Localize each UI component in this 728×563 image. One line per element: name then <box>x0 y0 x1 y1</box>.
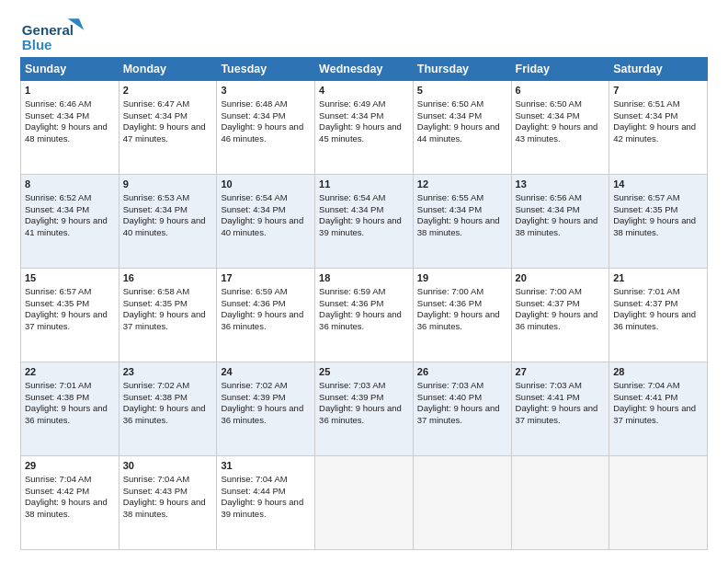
calendar-cell: 4Sunrise: 6:49 AMSunset: 4:34 PMDaylight… <box>315 81 414 175</box>
calendar-cell: 28Sunrise: 7:04 AMSunset: 4:41 PMDayligh… <box>609 362 708 456</box>
sunset: Sunset: 4:34 PM <box>613 110 677 121</box>
day-number: 4 <box>319 84 409 98</box>
sunset: Sunset: 4:34 PM <box>417 110 482 121</box>
sunrise: Sunrise: 7:04 AM <box>123 474 189 484</box>
daylight-label: Daylight: 9 hours and 47 minutes. <box>123 121 206 144</box>
daylight-label: Daylight: 9 hours and 44 minutes. <box>417 121 500 144</box>
daylight-label: Daylight: 9 hours and 37 minutes. <box>613 403 696 425</box>
sunset: Sunset: 4:34 PM <box>516 204 580 214</box>
day-number: 30 <box>123 459 213 473</box>
sunset: Sunset: 4:34 PM <box>319 204 383 214</box>
sunset: Sunset: 4:42 PM <box>25 486 89 496</box>
sunset: Sunset: 4:39 PM <box>221 392 285 402</box>
daylight-label: Daylight: 9 hours and 40 minutes. <box>221 215 303 237</box>
day-number: 9 <box>123 178 213 191</box>
sunrise: Sunrise: 7:04 AM <box>613 380 679 390</box>
calendar-cell: 11Sunrise: 6:54 AMSunset: 4:34 PMDayligh… <box>315 175 414 269</box>
calendar-cell: 25Sunrise: 7:03 AMSunset: 4:39 PMDayligh… <box>315 362 414 456</box>
day-number: 21 <box>613 271 703 285</box>
day-number: 19 <box>417 271 507 285</box>
sunset: Sunset: 4:39 PM <box>319 392 383 402</box>
day-number: 3 <box>221 84 311 98</box>
calendar-cell: 23Sunrise: 7:02 AMSunset: 4:38 PMDayligh… <box>119 362 217 456</box>
calendar-cell: 12Sunrise: 6:55 AMSunset: 4:34 PMDayligh… <box>413 175 511 269</box>
calendar-cell: 14Sunrise: 6:57 AMSunset: 4:35 PMDayligh… <box>609 175 708 269</box>
sunrise: Sunrise: 6:59 AM <box>319 286 385 296</box>
sunrise: Sunrise: 7:00 AM <box>516 286 582 296</box>
calendar-cell: 24Sunrise: 7:02 AMSunset: 4:39 PMDayligh… <box>217 362 315 456</box>
day-number: 20 <box>516 271 606 285</box>
calendar-cell <box>609 456 708 550</box>
daylight-label: Daylight: 9 hours and 37 minutes. <box>516 403 598 425</box>
day-number: 26 <box>417 365 507 379</box>
sunset: Sunset: 4:44 PM <box>221 486 285 496</box>
calendar-cell: 16Sunrise: 6:58 AMSunset: 4:35 PMDayligh… <box>119 269 217 362</box>
daylight-label: Daylight: 9 hours and 38 minutes. <box>417 215 500 237</box>
sunrise: Sunrise: 7:03 AM <box>319 380 385 390</box>
day-number: 17 <box>221 271 311 285</box>
daylight-label: Daylight: 9 hours and 37 minutes. <box>417 403 500 425</box>
sunset: Sunset: 4:34 PM <box>516 110 580 121</box>
calendar-cell: 8Sunrise: 6:52 AMSunset: 4:34 PMDaylight… <box>21 175 119 269</box>
week-row-5: 29Sunrise: 7:04 AMSunset: 4:42 PMDayligh… <box>21 456 708 550</box>
calendar-cell: 29Sunrise: 7:04 AMSunset: 4:42 PMDayligh… <box>21 456 119 550</box>
sunset: Sunset: 4:40 PM <box>417 392 482 402</box>
week-row-4: 22Sunrise: 7:01 AMSunset: 4:38 PMDayligh… <box>21 362 708 456</box>
sunset: Sunset: 4:35 PM <box>25 298 89 308</box>
sunrise: Sunrise: 6:52 AM <box>25 192 91 202</box>
sunrise: Sunrise: 6:48 AM <box>221 98 287 109</box>
sunrise: Sunrise: 6:49 AM <box>319 98 385 109</box>
sunset: Sunset: 4:34 PM <box>25 204 89 214</box>
daylight-label: Daylight: 9 hours and 36 minutes. <box>123 403 206 425</box>
sunrise: Sunrise: 7:02 AM <box>221 380 287 390</box>
sunset: Sunset: 4:34 PM <box>25 110 89 121</box>
day-number: 12 <box>417 178 507 191</box>
calendar-cell: 31Sunrise: 7:04 AMSunset: 4:44 PMDayligh… <box>217 456 315 550</box>
col-header-saturday: Saturday <box>609 58 708 81</box>
sunrise: Sunrise: 7:02 AM <box>123 380 189 390</box>
day-number: 11 <box>319 178 409 191</box>
daylight-label: Daylight: 9 hours and 45 minutes. <box>319 121 402 144</box>
sunrise: Sunrise: 6:53 AM <box>123 192 189 202</box>
daylight-label: Daylight: 9 hours and 48 minutes. <box>25 121 108 144</box>
col-header-monday: Monday <box>119 58 217 81</box>
week-row-2: 8Sunrise: 6:52 AMSunset: 4:34 PMDaylight… <box>21 175 708 269</box>
sunrise: Sunrise: 7:04 AM <box>221 474 287 484</box>
daylight-label: Daylight: 9 hours and 43 minutes. <box>516 121 598 144</box>
sunrise: Sunrise: 6:57 AM <box>25 286 91 296</box>
calendar-cell: 9Sunrise: 6:53 AMSunset: 4:34 PMDaylight… <box>119 175 217 269</box>
sunrise: Sunrise: 7:03 AM <box>417 380 483 390</box>
day-number: 1 <box>25 84 115 98</box>
day-number: 31 <box>221 459 311 473</box>
sunrise: Sunrise: 7:01 AM <box>25 380 91 390</box>
calendar-cell: 3Sunrise: 6:48 AMSunset: 4:34 PMDaylight… <box>217 81 315 175</box>
day-number: 22 <box>25 365 115 379</box>
daylight-label: Daylight: 9 hours and 37 minutes. <box>123 309 206 331</box>
daylight-label: Daylight: 9 hours and 36 minutes. <box>319 403 402 425</box>
page: General Blue SundayMondayTuesdayWednesda… <box>0 0 728 563</box>
col-header-thursday: Thursday <box>413 58 511 81</box>
calendar-cell: 17Sunrise: 6:59 AMSunset: 4:36 PMDayligh… <box>217 269 315 362</box>
sunset: Sunset: 4:36 PM <box>319 298 383 308</box>
day-number: 13 <box>516 178 606 191</box>
sunrise: Sunrise: 7:00 AM <box>417 286 483 296</box>
calendar-cell: 26Sunrise: 7:03 AMSunset: 4:40 PMDayligh… <box>413 362 511 456</box>
sunrise: Sunrise: 6:51 AM <box>613 98 679 109</box>
day-number: 18 <box>319 271 409 285</box>
calendar-cell: 27Sunrise: 7:03 AMSunset: 4:41 PMDayligh… <box>511 362 609 456</box>
calendar-cell: 13Sunrise: 6:56 AMSunset: 4:34 PMDayligh… <box>511 175 609 269</box>
day-number: 28 <box>613 365 703 379</box>
calendar-cell: 5Sunrise: 6:50 AMSunset: 4:34 PMDaylight… <box>413 81 511 175</box>
daylight-label: Daylight: 9 hours and 36 minutes. <box>221 309 303 331</box>
svg-text:General: General <box>22 22 74 38</box>
sunset: Sunset: 4:34 PM <box>123 110 188 121</box>
sunrise: Sunrise: 6:57 AM <box>613 192 679 202</box>
daylight-label: Daylight: 9 hours and 36 minutes. <box>221 403 303 425</box>
day-number: 2 <box>123 84 213 98</box>
day-number: 6 <box>516 84 606 98</box>
calendar-cell: 20Sunrise: 7:00 AMSunset: 4:37 PMDayligh… <box>511 269 609 362</box>
day-number: 16 <box>123 271 213 285</box>
sunset: Sunset: 4:34 PM <box>319 110 383 121</box>
calendar-cell <box>511 456 609 550</box>
sunrise: Sunrise: 6:46 AM <box>25 98 91 109</box>
